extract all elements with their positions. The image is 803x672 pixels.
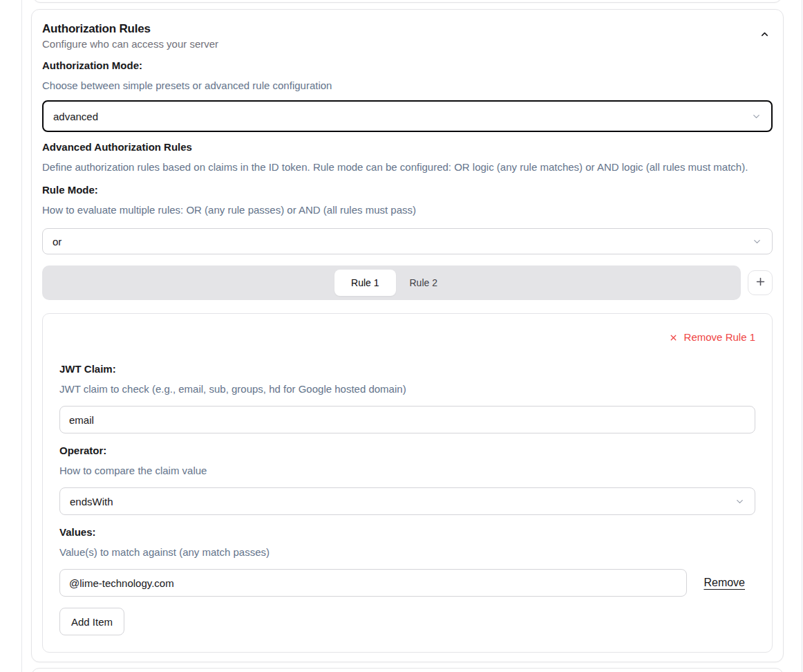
card-header: Authorization Rules Configure who can ac… — [42, 21, 773, 50]
tab-rule-2[interactable]: Rule 2 — [399, 270, 448, 296]
advanced-rules-title: Advanced Authorization Rules — [42, 140, 773, 154]
jwt-claim-input[interactable] — [59, 406, 755, 433]
card-header-text: Authorization Rules Configure who can ac… — [42, 21, 218, 50]
value-item-row: Remove — [59, 569, 755, 597]
tab-rule-1[interactable]: Rule 1 — [334, 270, 395, 296]
next-section-card — [31, 668, 784, 672]
rule-tabs-row: Rule 1 Rule 2 — [42, 265, 773, 300]
authorization-rules-card: Authorization Rules Configure who can ac… — [31, 9, 784, 662]
value-input[interactable] — [59, 569, 687, 597]
auth-mode-label: Authorization Mode: — [42, 59, 773, 73]
operator-label: Operator: — [59, 444, 755, 458]
add-rule-button[interactable] — [748, 270, 773, 295]
settings-panel: Authorization Rules Configure who can ac… — [21, 0, 803, 672]
collapse-section-button[interactable] — [757, 26, 773, 44]
remove-value-link[interactable]: Remove — [703, 577, 745, 589]
values-label: Values: — [59, 525, 755, 539]
chevron-down-icon — [752, 236, 762, 247]
rule-mode-description: How to evaluate multiple rules: OR (any … — [42, 203, 773, 217]
chevron-down-icon — [735, 496, 745, 507]
x-icon — [669, 333, 678, 342]
rule-mode-label: Rule Mode: — [42, 183, 773, 197]
auth-mode-select[interactable]: advanced — [42, 100, 773, 132]
previous-section-card — [33, 0, 782, 3]
remove-rule-label: Remove Rule 1 — [684, 330, 755, 344]
rule-mode-select-value: or — [53, 236, 62, 248]
advanced-rules-description: Define authorization rules based on clai… — [42, 160, 773, 174]
operator-select-value: endsWith — [70, 496, 113, 507]
operator-description: How to compare the claim value — [59, 464, 755, 478]
rule-mode-select[interactable]: or — [42, 228, 773, 254]
page-title: Authorization Rules — [42, 21, 218, 37]
add-item-button[interactable]: Add Item — [59, 608, 124, 635]
values-description: Value(s) to match against (any match pas… — [59, 545, 755, 559]
chevron-up-icon — [759, 29, 770, 41]
rule-tabs-bar: Rule 1 Rule 2 — [42, 265, 741, 300]
remove-rule-row: Remove Rule 1 — [59, 330, 755, 344]
auth-mode-description: Choose between simple presets or advance… — [42, 79, 773, 93]
rule-1-panel: Remove Rule 1 JWT Claim: JWT claim to ch… — [42, 313, 773, 653]
chevron-down-icon — [751, 111, 762, 122]
remove-rule-button[interactable]: Remove Rule 1 — [669, 330, 755, 344]
page-subtitle: Configure who can access your server — [42, 39, 218, 50]
jwt-claim-description: JWT claim to check (e.g., email, sub, gr… — [59, 382, 755, 396]
plus-icon — [755, 276, 766, 290]
operator-select[interactable]: endsWith — [59, 487, 755, 515]
auth-mode-select-value: advanced — [53, 111, 98, 122]
jwt-claim-label: JWT Claim: — [59, 362, 755, 376]
